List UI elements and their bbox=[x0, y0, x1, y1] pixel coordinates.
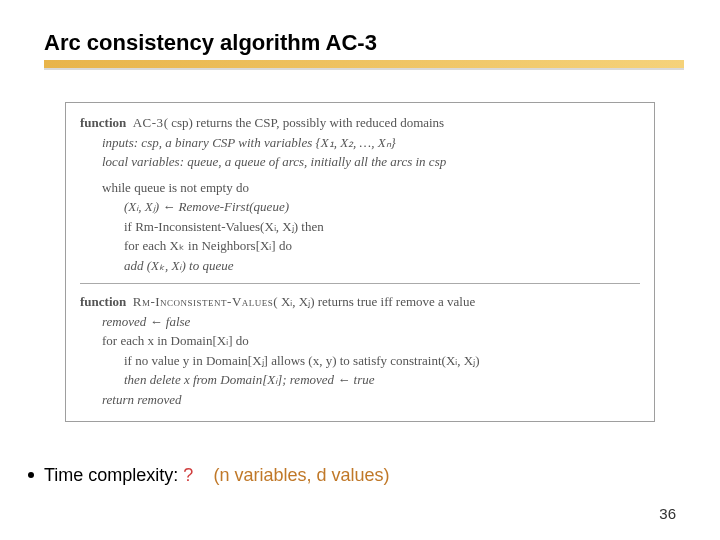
page-number: 36 bbox=[659, 505, 676, 522]
slide-title: Arc consistency algorithm AC-3 bbox=[44, 30, 680, 56]
algo-f1-if: if Rm-Inconsistent-Values(Xᵢ, Xⱼ) then bbox=[80, 217, 640, 237]
kw-function-2: function bbox=[80, 294, 126, 309]
complexity-bullet: Time complexity: ? (n variables, d value… bbox=[44, 465, 390, 486]
algo-divider bbox=[80, 283, 640, 284]
algo-f2-init: removed ← false bbox=[80, 312, 640, 332]
algo-f2-del: then delete x from Domain[Xᵢ]; removed ←… bbox=[80, 370, 640, 390]
algo-f1-for: for each Xₖ in Neighbors[Xᵢ] do bbox=[80, 236, 640, 256]
bullet-icon bbox=[28, 472, 34, 478]
fn-name-rmincon: Rm-Inconsistent-Values bbox=[133, 294, 274, 309]
algo-f1-inputs: inputs: csp, a binary CSP with variables… bbox=[80, 133, 640, 153]
algo-f2-header: function Rm-Inconsistent-Values( Xᵢ, Xⱼ)… bbox=[80, 292, 640, 312]
algo-f1-rest: ( csp) returns the CSP, possibly with re… bbox=[164, 115, 445, 130]
algo-f2-rest: ( Xᵢ, Xⱼ) returns true iff remove a valu… bbox=[273, 294, 475, 309]
algo-f2-ify: if no value y in Domain[Xⱼ] allows (x, y… bbox=[80, 351, 640, 371]
fn-name-ac3: AC-3 bbox=[133, 115, 164, 130]
kw-function: function bbox=[80, 115, 126, 130]
complexity-note: (n variables, d values) bbox=[213, 465, 389, 485]
algo-f1-pop: (Xᵢ, Xⱼ) ← Remove-First(queue) bbox=[80, 197, 640, 217]
complexity-question: ? bbox=[183, 465, 193, 485]
title-underline bbox=[44, 60, 684, 68]
algo-f2-ret: return removed bbox=[80, 390, 640, 410]
complexity-prefix: Time complexity: bbox=[44, 465, 183, 485]
algo-f1-add: add (Xₖ, Xᵢ) to queue bbox=[80, 256, 640, 276]
algorithm-box: function AC-3( csp) returns the CSP, pos… bbox=[65, 102, 655, 422]
algo-f1-header: function AC-3( csp) returns the CSP, pos… bbox=[80, 113, 640, 133]
algo-f2-forx: for each x in Domain[Xᵢ] do bbox=[80, 331, 640, 351]
slide: Arc consistency algorithm AC-3 function … bbox=[0, 0, 720, 540]
algo-f1-while: while queue is not empty do bbox=[80, 178, 640, 198]
algo-f1-localvars: local variables: queue, a queue of arcs,… bbox=[80, 152, 640, 172]
